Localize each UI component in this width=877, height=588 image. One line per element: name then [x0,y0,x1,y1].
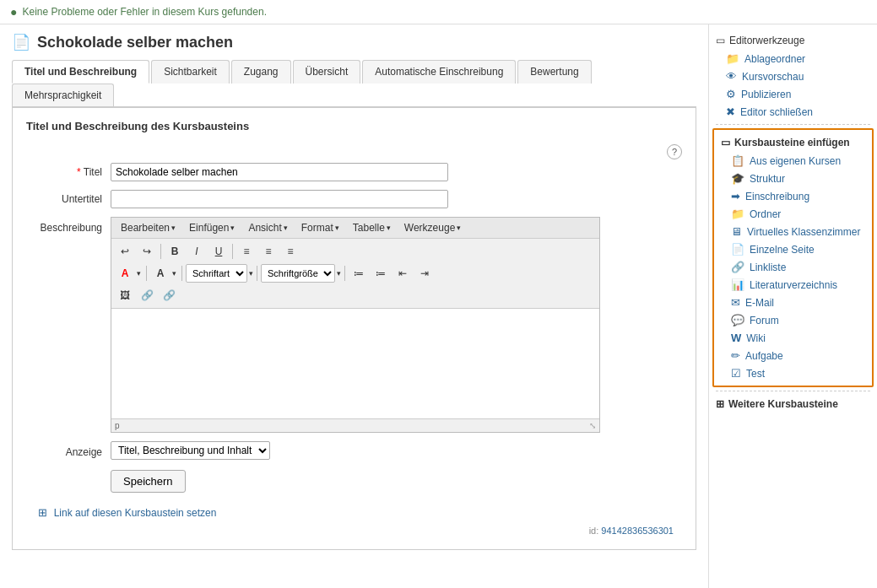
toolbar-separator-3 [146,266,147,281]
titel-input[interactable] [111,163,448,181]
sidebar-forum-label: Forum [750,315,779,326]
untertitel-label: Untertitel [26,190,111,205]
italic-button[interactable]: I [187,242,207,261]
resize-handle[interactable]: ⤡ [589,421,596,430]
sidebar-struktur-label: Struktur [750,173,785,185]
top-status-bar: ● Keine Probleme oder Fehler in diesem K… [0,0,877,24]
tab-mehrsprachigkeit[interactable]: Mehrsprachigkeit [12,84,114,106]
menu-format[interactable]: Format ▾ [295,220,345,235]
align-center-button[interactable]: ≡ [258,242,279,261]
editorwerkzeuge-icon: ▭ [716,35,725,46]
tab-zugang[interactable]: Zugang [231,60,291,84]
ordner-icon: 📁 [731,208,744,220]
link-button[interactable]: 🔗 [137,286,157,305]
font-family-select[interactable]: Schriftart [186,264,247,283]
menu-einfuegen[interactable]: Einfügen ▾ [183,220,241,235]
sidebar-kursvorschau[interactable]: 👁 Kursvorschau [709,67,877,85]
sidebar-wiki[interactable]: W Wiki [714,329,872,347]
sidebar-seite-label: Einzelne Seite [750,244,815,256]
lit-icon: 📊 [731,278,744,291]
sidebar-literaturverzeichnis[interactable]: 📊 Literaturverzeichnis [714,276,872,294]
redo-button[interactable]: ↪ [137,242,157,261]
sidebar-einschreibung-label: Einschreibung [745,191,809,202]
anzeige-row: Anzeige Titel, Beschreibung und Inhalt T… [26,441,682,460]
menu-bearbeiten[interactable]: Bearbeiten ▾ [115,220,181,235]
weitere-kursbausteine[interactable]: ⊞ Weitere Kursbausteine [709,395,877,413]
bg-color-button[interactable]: A [150,264,171,283]
sidebar-forum[interactable]: 💬 Forum [714,311,872,329]
folder-icon: 📁 [726,52,739,65]
unlink-button[interactable]: 🔗 [159,286,179,305]
editorwerkzeuge-header: ▭ Editorwerkzeuge [709,31,877,50]
tab-uebersicht[interactable]: Übersicht [293,60,361,84]
sidebar-aufgabe-label: Aufgabe [745,350,783,362]
bold-button[interactable]: B [165,242,185,261]
sidebar-wiki-label: Wiki [746,332,766,344]
sidebar-kursvorschau-label: Kursvorschau [742,71,804,83]
toolbar-separator-2 [232,244,233,259]
sidebar-divider [716,124,870,125]
ul-button[interactable]: ≔ [349,264,369,283]
tab-bewertung[interactable]: Bewertung [517,60,591,84]
menu-werkzeuge[interactable]: Werkzeuge ▾ [398,220,467,235]
linkliste-icon: 🔗 [731,261,744,273]
sidebar-aus-eigenen-kursen[interactable]: 📋 Aus eigenen Kursen [714,152,872,170]
sidebar-publizieren[interactable]: ⚙ Publizieren [709,85,877,103]
form-box: Titel und Beschreibung des Kursbausteins… [12,107,696,550]
sidebar-email[interactable]: ✉ E-Mail [714,294,872,311]
editor-area: Bearbeiten ▾ Einfügen ▾ Ansicht ▾ [111,217,600,433]
id-link[interactable]: 94142836536301 [601,526,674,536]
beschreibung-label: Beschreibung [26,217,111,234]
sidebar-ablageordner-label: Ablageordner [744,53,805,65]
help-icon[interactable]: ? [667,144,682,159]
align-right-button[interactable]: ≡ [280,242,300,261]
sidebar-einzelne-seite[interactable]: 📄 Einzelne Seite [714,240,872,258]
wiki-icon: W [731,332,741,344]
sidebar-divider-2 [716,391,870,391]
sidebar-struktur[interactable]: 🎓 Struktur [714,170,872,187]
link-row: ⊞ Link auf diesen Kursbaustein setzen [38,506,682,519]
font-size-select[interactable]: Schriftgröße [261,264,335,283]
align-left-button[interactable]: ≡ [236,242,257,261]
editor-toolbar: ↩ ↪ B I U ≡ ≡ ≡ [111,239,599,309]
anzeige-select[interactable]: Titel, Beschreibung und Inhalt Titel und… [111,441,270,460]
sidebar-einschreibung[interactable]: ➡ Einschreibung [714,187,872,205]
font-color-button[interactable]: A [115,264,135,283]
outdent-button[interactable]: ⇤ [392,264,413,283]
sidebar-aufgabe[interactable]: ✏ Aufgabe [714,347,872,364]
anzeige-label: Anzeige [26,443,111,458]
speichern-row: Speichern [26,470,682,503]
sidebar-virtuelles-klassenzimmer[interactable]: 🖥 Virtuelles Klassenzimmer [714,223,872,240]
toolbar-separator-1 [160,244,161,259]
menu-ansicht[interactable]: Ansicht ▾ [242,220,293,235]
link-kursbaustein[interactable]: Link auf diesen Kursbaustein setzen [54,507,217,519]
speichern-button[interactable]: Speichern [111,470,186,493]
sidebar-email-label: E-Mail [745,297,774,309]
sidebar: ▭ Editorwerkzeuge 📁 Ablageordner 👁 Kursv… [708,24,877,588]
sidebar-test-label: Test [746,368,765,380]
tab-auto-einschreibung[interactable]: Automatische Einschreibung [362,60,516,84]
menu-tabelle[interactable]: Tabelle ▾ [347,220,397,235]
sidebar-linkliste-label: Linkliste [750,262,786,273]
toolbar-separator-4 [181,266,182,281]
untertitel-input[interactable] [111,190,448,208]
toolbar-separator-5 [257,266,257,281]
kursbausteine-label: Kursbausteine einfügen [734,137,850,148]
tab-titel-beschreibung[interactable]: Titel und Beschreibung [12,60,149,84]
main-content: 📄 Schokolade selber machen Titel und Bes… [0,24,708,588]
sidebar-test[interactable]: ☑ Test [714,364,872,382]
sidebar-ordner[interactable]: 📁 Ordner [714,205,872,223]
sidebar-editor-schliessen[interactable]: ✖ Editor schließen [709,103,877,121]
sidebar-aus-eigenen-kursen-label: Aus eigenen Kursen [750,155,841,167]
sidebar-ablageordner[interactable]: 📁 Ablageordner [709,50,877,67]
preview-icon: 👁 [726,70,737,83]
indent-button[interactable]: ⇥ [414,264,435,283]
editorwerkzeuge-label: Editorwerkzeuge [729,35,804,46]
underline-button[interactable]: U [208,242,229,261]
editor-body[interactable] [111,309,599,418]
tab-sichtbarkeit[interactable]: Sichtbarkeit [151,60,230,84]
ol-button[interactable]: ≔ [371,264,391,283]
sidebar-linkliste[interactable]: 🔗 Linkliste [714,258,872,276]
undo-button[interactable]: ↩ [115,242,135,261]
image-button[interactable]: 🖼 [115,286,135,305]
